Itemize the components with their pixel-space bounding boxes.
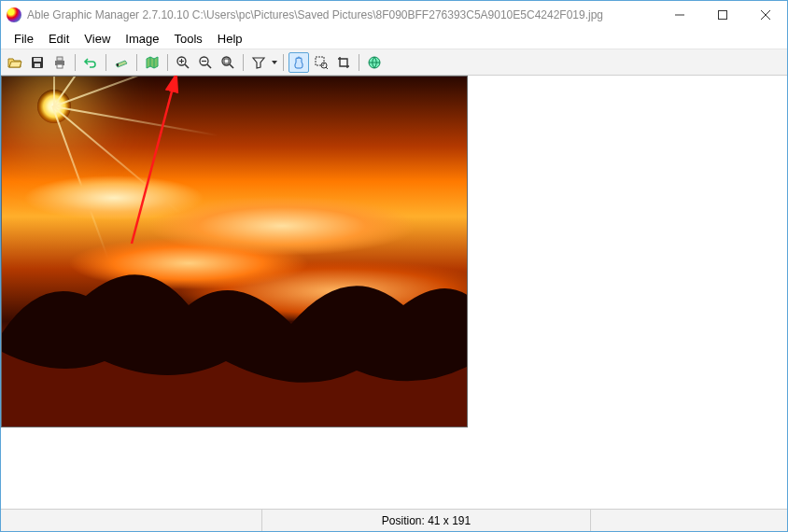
svg-rect-11 bbox=[224, 59, 229, 63]
separator bbox=[359, 54, 359, 71]
svg-rect-6 bbox=[57, 64, 63, 68]
filter-button[interactable] bbox=[248, 52, 269, 73]
zoom-fit-button[interactable] bbox=[218, 52, 238, 73]
content-area bbox=[1, 76, 787, 509]
separator bbox=[167, 54, 168, 71]
sun-ray bbox=[53, 76, 55, 105]
svg-rect-2 bbox=[34, 58, 41, 62]
title-bar: Able Graphic Manager 2.7.10.10 C:\Users\… bbox=[1, 1, 787, 29]
svg-rect-12 bbox=[316, 57, 324, 65]
menu-edit[interactable]: Edit bbox=[41, 30, 77, 48]
svg-point-10 bbox=[222, 57, 231, 65]
separator bbox=[283, 54, 284, 71]
menu-file[interactable]: File bbox=[7, 30, 41, 48]
status-position: Position: 41 x 191 bbox=[262, 510, 591, 531]
scanner-button[interactable] bbox=[111, 52, 132, 73]
image-canvas[interactable] bbox=[1, 76, 468, 427]
status-cell-left bbox=[1, 510, 262, 531]
mountain-graphic bbox=[2, 221, 468, 427]
crop-tool-button[interactable] bbox=[333, 52, 354, 73]
zoom-out-button[interactable] bbox=[195, 52, 216, 73]
hand-tool-button[interactable] bbox=[288, 52, 309, 73]
svg-rect-0 bbox=[719, 11, 727, 20]
toolbar bbox=[1, 49, 787, 76]
sun-ray bbox=[53, 105, 219, 136]
window-title: Able Graphic Manager 2.7.10.10 C:\Users\… bbox=[27, 8, 658, 21]
maximize-button[interactable] bbox=[701, 1, 744, 29]
separator bbox=[75, 54, 76, 71]
menu-image[interactable]: Image bbox=[118, 30, 166, 48]
map-button[interactable] bbox=[142, 52, 162, 73]
menu-help[interactable]: Help bbox=[210, 30, 250, 48]
web-button[interactable] bbox=[364, 52, 385, 73]
separator bbox=[136, 54, 137, 71]
app-icon bbox=[7, 7, 21, 22]
open-button[interactable] bbox=[5, 52, 25, 73]
minimize-button[interactable] bbox=[658, 1, 701, 29]
separator bbox=[106, 54, 106, 71]
zoom-in-button[interactable] bbox=[173, 52, 193, 73]
status-cell-right bbox=[591, 510, 787, 531]
filter-dropdown[interactable] bbox=[271, 61, 278, 64]
menu-bar: File Edit View Image Tools Help bbox=[1, 29, 787, 49]
undo-button[interactable] bbox=[80, 52, 101, 73]
separator bbox=[243, 54, 244, 71]
svg-rect-5 bbox=[57, 57, 63, 61]
status-bar: Position: 41 x 191 bbox=[1, 509, 787, 531]
close-button[interactable] bbox=[744, 1, 787, 29]
svg-rect-7 bbox=[117, 63, 119, 66]
window-controls bbox=[658, 1, 787, 29]
marquee-tool-button[interactable] bbox=[311, 52, 331, 73]
menu-view[interactable]: View bbox=[77, 30, 118, 48]
sun-ray bbox=[53, 76, 212, 107]
svg-rect-3 bbox=[35, 63, 40, 67]
save-button[interactable] bbox=[27, 52, 48, 73]
menu-tools[interactable]: Tools bbox=[166, 30, 209, 48]
print-button[interactable] bbox=[49, 52, 70, 73]
